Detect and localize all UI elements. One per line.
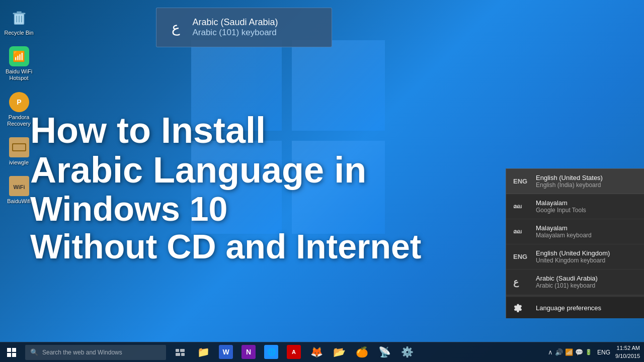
tray-battery[interactable]: 🔋 [585,349,592,355]
tooltip-arabic-char: ع [172,19,180,36]
lang-primary-eng-us: English (United States) [536,174,637,182]
baiduwifi-image: WiFi [9,176,29,196]
clock-time: 11:52 AM [615,344,640,352]
title-line-2: Arabic Language in [30,150,422,190]
baidu-wifi-image: 📶 [9,46,29,66]
lang-primary-malayalam-keyboard: Malayalam [536,224,637,232]
lang-item-english-uk[interactable]: ENG English (United Kingdom) United King… [506,244,644,269]
tooltip-lang-name: Arabic (Saudi Arabia) [192,17,278,28]
taskbar-onenote[interactable]: N [237,342,260,363]
svg-rect-18 [180,349,185,352]
taskbar-app8[interactable]: 📡 [373,342,395,363]
task-view-button[interactable] [170,342,190,363]
svg-text:P: P [17,98,21,106]
lang-secondary-arabic: Arabic (101) keyboard [536,282,637,289]
svg-rect-15 [7,353,11,357]
lang-code-eng-uk: ENG [513,253,536,260]
title-line-1: How to Install [30,111,422,150]
recycle-bin-icon[interactable]: Recycle Bin [0,5,38,39]
taskbar-app9[interactable]: ⚙️ [396,342,418,363]
lang-code-arabic: ع [513,277,536,288]
pandora-recovery-image: P [9,92,29,112]
svg-rect-13 [7,348,11,352]
taskbar-middle-buttons [170,342,190,363]
lang-secondary-eng-uk: United Kingdom keyboard [536,257,637,264]
tooltip-lang-info: Arabic (Saudi Arabia) Arabic (101) keybo… [192,17,278,38]
lang-details-malayalam-google: Malayalam Google Input Tools [536,199,637,214]
taskbar-right-area: ∧ 🔊 📶 💬 🔋 ENG 11:52 AM 9/10/2015 [548,344,644,360]
lang-item-malayalam-keyboard[interactable]: മല Malayalam Malayalam keyboard [506,219,644,244]
task-view-icon [176,349,185,356]
tray-volume[interactable]: 🔊 [555,348,563,356]
taskbar-word[interactable]: W [215,342,237,363]
taskbar: 🔍 Search the web and Windows 📁 W N [0,342,644,362]
lang-item-malayalam-google[interactable]: മല Malayalam Google Input Tools [506,194,644,219]
taskbar-folder2[interactable]: 📂 [328,342,350,363]
language-preferences-item[interactable]: Language preferences [506,297,644,318]
taskbar-clock[interactable]: 11:52 AM 9/10/2015 [615,344,640,360]
recycle-bin-image [9,8,29,28]
title-line-4: Without CD and Internet [30,228,422,265]
language-preferences-label: Language preferences [536,304,601,312]
title-line-3: Windows 10 [30,190,422,228]
svg-rect-20 [181,353,185,356]
baiduwifi-label: BaiduWifi [7,198,30,205]
search-placeholder-text: Search the web and Windows [42,349,122,356]
lang-primary-eng-uk: English (United Kingdom) [536,249,637,257]
recycle-bin-label: Recycle Bin [4,30,33,36]
svg-rect-2 [17,12,22,13]
iviewgle-label: iviewgle [9,159,29,166]
taskbar-app7[interactable]: 🍊 [351,342,373,363]
lang-details-arabic: Arabic (Saudi Arabia) Arabic (101) keybo… [536,275,637,289]
tray-chevron[interactable]: ∧ [548,348,553,356]
tray-network[interactable]: 📶 [565,348,573,356]
taskbar-file-explorer[interactable]: 📁 [192,342,214,363]
taskbar-search-box[interactable]: 🔍 Search the web and Windows [25,345,166,360]
pandora-recovery-label: PandoraRecovery [7,114,30,127]
desktop: Recycle Bin 📶 Baidu WiFiHotspot P Pandor… [0,0,644,362]
lang-details-eng-us: English (United States) English (India) … [536,174,637,189]
language-tooltip-popup: ع Arabic (Saudi Arabia) Arabic (101) key… [156,8,332,47]
baidu-wifi-icon[interactable]: 📶 Baidu WiFiHotspot [0,44,38,84]
lang-secondary-malayalam-keyboard: Malayalam keyboard [536,232,637,239]
start-button[interactable] [0,342,23,363]
iviewgle-image [9,137,29,157]
video-title-overlay: How to Install Arabic Language in Window… [30,111,422,265]
lang-item-english-us[interactable]: ENG English (United States) English (Ind… [506,169,644,194]
system-tray: ∧ 🔊 📶 💬 🔋 [548,348,592,356]
svg-rect-14 [12,348,16,352]
svg-rect-19 [176,353,180,356]
taskbar-ie[interactable]: 🌐 [260,342,282,363]
taskbar-firefox[interactable]: 🦊 [305,342,328,363]
svg-text:WiFi: WiFi [13,184,25,190]
baidu-wifi-label: Baidu WiFiHotspot [6,68,32,81]
search-icon: 🔍 [30,348,38,356]
lang-code-malayalam-google: മല [513,203,536,210]
clock-date: 9/10/2015 [615,352,640,360]
lang-secondary-eng-us: English (India) keyboard [536,182,637,189]
gear-icon [513,303,522,312]
gear-icon-wrap [513,303,536,312]
tray-action-center[interactable]: 💬 [575,348,583,356]
dropdown-separator [506,296,644,296]
tooltip-keyboard-name: Arabic (101) keyboard [192,28,278,38]
language-dropdown: ENG English (United States) English (Ind… [506,168,644,318]
lang-details-eng-uk: English (United Kingdom) United Kingdom … [536,249,637,264]
lang-code-eng-us: ENG [513,177,536,185]
taskbar-pinned-apps: 📁 W N 🌐 A 🦊 📂 🍊 📡 ⚙️ [192,342,418,363]
taskbar-acrobat[interactable]: A [283,342,305,363]
lang-details-malayalam-keyboard: Malayalam Malayalam keyboard [536,224,637,239]
windows-start-icon [7,348,16,357]
svg-rect-16 [12,353,16,357]
svg-rect-1 [13,13,25,15]
svg-rect-17 [176,349,179,352]
svg-rect-10 [13,144,25,150]
taskbar-language-indicator[interactable]: ENG [595,349,612,356]
lang-code-malayalam-keyboard: മല [513,228,536,235]
lang-primary-malayalam-google: Malayalam [536,199,637,207]
lang-primary-arabic: Arabic (Saudi Arabia) [536,275,637,282]
lang-secondary-malayalam-google: Google Input Tools [536,207,637,214]
lang-item-arabic[interactable]: ع Arabic (Saudi Arabia) Arabic (101) key… [506,269,644,295]
